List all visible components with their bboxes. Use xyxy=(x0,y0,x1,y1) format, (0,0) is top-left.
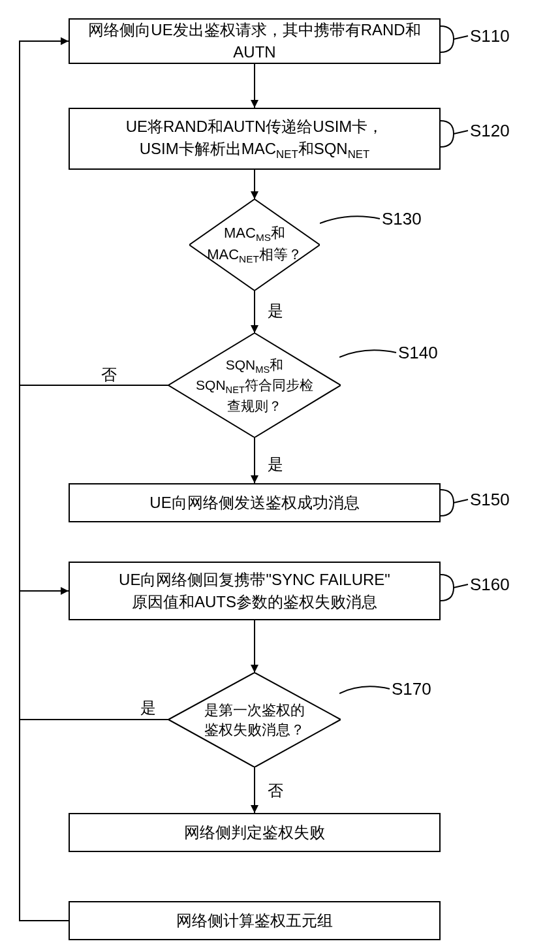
svg-marker-3 xyxy=(251,191,258,199)
step-s160-box: UE向网络侧回复携带"SYNC FAILURE" 原因值和AUTS参数的鉴权失败… xyxy=(69,562,441,620)
step-s130-text: MACMS和 MACNET相等？ xyxy=(207,223,302,266)
step-s150-text: UE向网络侧发送鉴权成功消息 xyxy=(149,492,359,514)
step-s120-text: UE将RAND和AUTN传递给USIM卡， USIM卡解析出MACNET和SQN… xyxy=(126,116,384,162)
step-s150-box: UE向网络侧发送鉴权成功消息 xyxy=(69,483,441,522)
step-s120-box: UE将RAND和AUTN传递给USIM卡， USIM卡解析出MACNET和SQN… xyxy=(69,108,441,170)
connector-line-icon xyxy=(320,215,382,235)
step-s160-text: UE向网络侧回复携带"SYNC FAILURE" 原因值和AUTS参数的鉴权失败… xyxy=(119,569,390,612)
yes-label: 是 xyxy=(268,300,283,321)
step-box9-text: 网络侧计算鉴权五元组 xyxy=(176,910,333,932)
svg-marker-13 xyxy=(61,37,69,45)
connector-line-icon xyxy=(339,686,392,705)
bracket-icon xyxy=(441,486,470,519)
step-s150-label: S150 xyxy=(470,490,510,510)
step-box9: 网络侧计算鉴权五元组 xyxy=(69,901,441,940)
svg-marker-7 xyxy=(251,475,258,483)
step-s130-label: S130 xyxy=(382,209,422,229)
step-s140-label: S140 xyxy=(398,343,438,363)
step-s130-diamond: MACMS和 MACNET相等？ xyxy=(189,199,320,291)
svg-marker-10 xyxy=(251,665,258,673)
bracket-icon xyxy=(441,571,470,604)
no-label: 否 xyxy=(101,364,117,385)
step-s140-diamond: SQNMS和 SQNNET符合同步检 查规则？ xyxy=(168,333,341,437)
step-s110-box: 网络侧向UE发出鉴权请求，其中携带有RAND和AUTN xyxy=(69,18,441,64)
step-s120-label: S120 xyxy=(470,121,510,141)
step-s110-label: S110 xyxy=(470,26,510,46)
bracket-icon xyxy=(441,118,470,150)
step-s160-label: S160 xyxy=(470,575,510,595)
yes-label: 是 xyxy=(268,454,283,475)
svg-marker-5 xyxy=(251,325,258,333)
step-box8: 网络侧判定鉴权失败 xyxy=(69,813,441,852)
yes-label: 是 xyxy=(140,697,156,718)
svg-marker-12 xyxy=(251,805,258,813)
step-s140-text: SQNMS和 SQNNET符合同步检 查规则？ xyxy=(196,356,313,415)
step-box8-text: 网络侧判定鉴权失败 xyxy=(184,821,325,844)
no-label: 否 xyxy=(268,780,283,801)
connector-line-icon xyxy=(339,349,398,369)
step-s170-diamond: 是第一次鉴权的 鉴权失败消息？ xyxy=(168,673,341,767)
bracket-icon xyxy=(441,23,470,56)
svg-marker-8 xyxy=(61,587,69,595)
svg-marker-1 xyxy=(251,100,258,108)
step-s170-label: S170 xyxy=(392,679,431,699)
step-s110-text: 网络侧向UE发出鉴权请求，其中携带有RAND和AUTN xyxy=(78,19,431,63)
step-s170-text: 是第一次鉴权的 鉴权失败消息？ xyxy=(204,701,305,739)
